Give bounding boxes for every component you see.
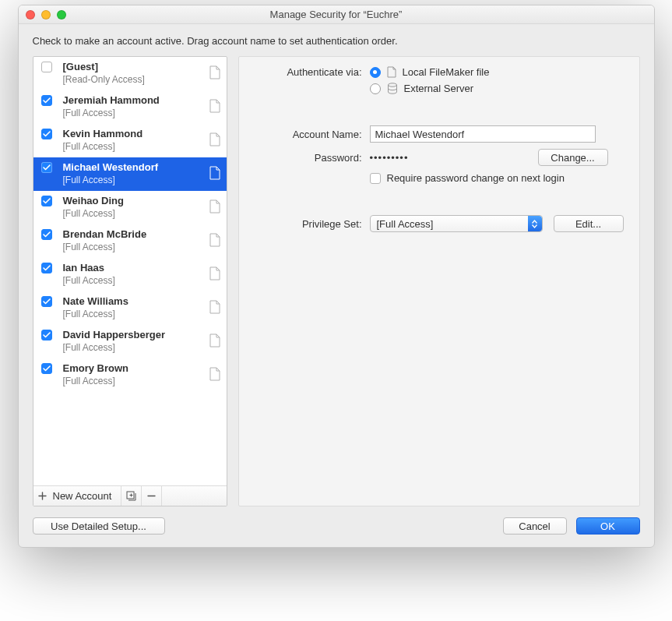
- account-privilege: [Full Access]: [63, 141, 206, 153]
- account-privilege: [Full Access]: [63, 376, 206, 387]
- file-icon: [209, 166, 220, 180]
- account-row[interactable]: Ian Haas[Full Access]: [33, 258, 227, 291]
- active-checkbox[interactable]: [41, 95, 52, 106]
- auth-external-option[interactable]: External Server: [370, 83, 490, 94]
- account-row[interactable]: David Happersberger[Full Access]: [33, 325, 227, 358]
- account-row[interactable]: Michael Westendorf[Full Access]: [33, 157, 227, 191]
- active-checkbox[interactable]: [41, 363, 52, 374]
- radio-icon: [370, 83, 381, 94]
- privilege-set-label: Privilege Set:: [253, 218, 370, 230]
- file-icon: [209, 333, 220, 348]
- account-row[interactable]: Nate Williams[Full Access]: [33, 291, 227, 325]
- account-privilege: [Full Access]: [63, 275, 206, 287]
- duplicate-account-button[interactable]: [121, 486, 142, 506]
- account-row[interactable]: Emory Brown[Full Access]: [33, 358, 227, 392]
- account-privilege: [Full Access]: [63, 309, 206, 320]
- active-checkbox[interactable]: [41, 62, 52, 72]
- close-window-button[interactable]: [26, 10, 35, 19]
- file-icon: [209, 266, 220, 281]
- accounts-panel: [Guest][Read-Only Access]Jeremiah Hammon…: [33, 56, 227, 506]
- active-checkbox[interactable]: [41, 162, 52, 173]
- file-icon: [209, 99, 220, 113]
- new-account-label: New Account: [53, 490, 112, 502]
- zoom-window-button[interactable]: [57, 10, 66, 19]
- instruction-text: Check to make an account active. Drag ac…: [33, 35, 640, 47]
- file-icon: [209, 199, 220, 213]
- active-checkbox[interactable]: [41, 229, 52, 240]
- file-icon: [209, 65, 220, 79]
- accounts-toolbar: New Account: [33, 485, 227, 506]
- account-name-input[interactable]: [370, 125, 596, 143]
- account-privilege: [Full Access]: [63, 208, 206, 220]
- account-privilege: [Full Access]: [63, 342, 206, 354]
- require-password-change-checkbox[interactable]: Require password change on next login: [370, 172, 565, 184]
- radio-icon: [370, 67, 381, 78]
- account-name: David Happersberger: [63, 329, 206, 341]
- auth-local-option[interactable]: Local FileMaker file: [370, 66, 490, 78]
- account-name: Kevin Hammond: [63, 128, 206, 140]
- account-privilege: [Read-Only Access]: [63, 74, 206, 86]
- detailed-setup-button[interactable]: Use Detailed Setup...: [33, 517, 165, 535]
- active-checkbox[interactable]: [41, 330, 52, 340]
- accounts-list[interactable]: [Guest][Read-Only Access]Jeremiah Hammon…: [33, 57, 227, 485]
- authenticate-label: Authenticate via:: [253, 66, 370, 78]
- password-label: Password:: [253, 152, 370, 164]
- account-name: Michael Westendorf: [63, 161, 206, 174]
- account-name: Ian Haas: [63, 262, 206, 274]
- new-account-button[interactable]: New Account: [33, 486, 122, 506]
- minimize-window-button[interactable]: [41, 10, 51, 19]
- account-name: [Guest]: [63, 61, 206, 73]
- account-name: Weihao Ding: [63, 195, 206, 207]
- svg-point-1: [388, 83, 396, 86]
- active-checkbox[interactable]: [41, 263, 52, 273]
- password-mask: •••••••••: [370, 152, 538, 164]
- account-name: Brendan McBride: [63, 228, 206, 241]
- window-title: Manage Security for “Euchre”: [19, 9, 654, 20]
- privilege-set-select[interactable]: [Full Access]: [370, 215, 543, 232]
- active-checkbox[interactable]: [41, 196, 52, 206]
- cancel-button[interactable]: Cancel: [503, 517, 567, 535]
- file-icon: [209, 233, 220, 247]
- account-privilege: [Full Access]: [63, 175, 206, 186]
- account-row[interactable]: Kevin Hammond[Full Access]: [33, 124, 227, 157]
- account-row[interactable]: Brendan McBride[Full Access]: [33, 224, 227, 258]
- account-name-label: Account Name:: [253, 129, 370, 140]
- account-row[interactable]: Jeremiah Hammond[Full Access]: [33, 90, 227, 124]
- active-checkbox[interactable]: [41, 296, 52, 307]
- security-window: Manage Security for “Euchre” Check to ma…: [18, 5, 655, 548]
- file-icon: [209, 300, 220, 314]
- chevron-updown-icon: [528, 216, 542, 231]
- account-name: Emory Brown: [63, 362, 206, 375]
- account-row[interactable]: Weihao Ding[Full Access]: [33, 191, 227, 224]
- account-name: Jeremiah Hammond: [63, 94, 206, 107]
- titlebar: Manage Security for “Euchre”: [19, 5, 654, 24]
- change-password-button[interactable]: Change...: [538, 149, 608, 166]
- account-detail-panel: Authenticate via: Local FileMaker file E…: [238, 56, 640, 506]
- account-row[interactable]: [Guest][Read-Only Access]: [33, 57, 227, 90]
- account-name: Nate Williams: [63, 295, 206, 308]
- checkbox-icon: [370, 173, 381, 184]
- file-icon: [209, 367, 220, 381]
- delete-account-button[interactable]: [142, 486, 162, 506]
- edit-privilege-button[interactable]: Edit...: [554, 215, 624, 232]
- account-privilege: [Full Access]: [63, 108, 206, 119]
- active-checkbox[interactable]: [41, 129, 52, 139]
- file-icon: [209, 132, 220, 146]
- ok-button[interactable]: OK: [576, 517, 640, 535]
- account-privilege: [Full Access]: [63, 242, 206, 253]
- window-controls: [26, 10, 66, 19]
